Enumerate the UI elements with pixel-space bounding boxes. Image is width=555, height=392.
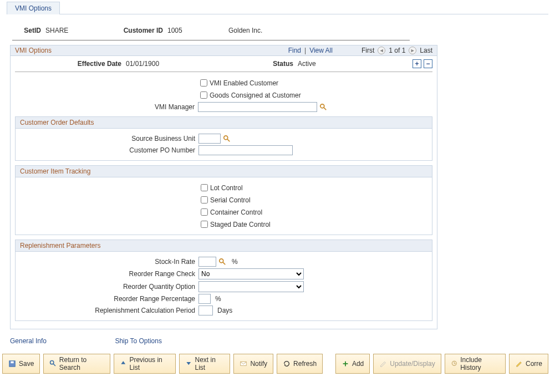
customer-id-value: 1005 bbox=[167, 27, 228, 34]
find-link[interactable]: Find bbox=[288, 47, 301, 54]
customer-name: Golden Inc. bbox=[228, 27, 339, 34]
order-defaults-group: Customer Order Defaults Source Business … bbox=[15, 116, 432, 161]
range-check-label: Reorder Range Check bbox=[20, 270, 198, 278]
days-label: Days bbox=[217, 307, 232, 314]
viewall-link[interactable]: View All bbox=[309, 47, 333, 54]
range-pct-label: Reorder Range Percentage bbox=[20, 295, 198, 303]
staged-label: Staged Date Control bbox=[210, 221, 271, 228]
svg-marker-11 bbox=[186, 362, 191, 365]
effdt-value: 01/01/1900 bbox=[126, 60, 209, 68]
delete-row-button[interactable]: − bbox=[424, 59, 432, 68]
range-pct-input[interactable] bbox=[198, 294, 211, 304]
prev-list-button[interactable]: Previous in List bbox=[114, 354, 176, 374]
tab-label: VMI Options bbox=[15, 4, 52, 12]
add-icon bbox=[342, 360, 349, 368]
correct-button[interactable]: Corre bbox=[509, 354, 548, 374]
goods-consigned-checkbox[interactable] bbox=[200, 91, 207, 99]
range-check-select[interactable]: No bbox=[198, 268, 304, 279]
source-bu-input[interactable] bbox=[198, 134, 221, 144]
svg-point-0 bbox=[320, 104, 324, 108]
notify-button[interactable]: Notify bbox=[233, 354, 273, 374]
setid-value: SHARE bbox=[45, 27, 112, 34]
record-header: SetID SHARE Customer ID 1005 Golden Inc. bbox=[12, 19, 410, 40]
svg-point-8 bbox=[50, 361, 54, 364]
tab-row: VMI Options bbox=[7, 1, 548, 14]
update-button: Update/Display bbox=[373, 354, 441, 374]
search-icon bbox=[49, 360, 57, 368]
svg-line-1 bbox=[324, 108, 326, 110]
tracking-group: Customer Item Tracking Lot Control Seria… bbox=[15, 165, 432, 235]
replenishment-group: Replenishment Parameters Stock-In Rate %… bbox=[15, 240, 432, 321]
svg-line-5 bbox=[223, 262, 225, 264]
vmi-enabled-label: VMI Enabled Customer bbox=[210, 79, 278, 87]
arrow-up-icon bbox=[120, 360, 127, 368]
stockin-input[interactable] bbox=[198, 257, 216, 267]
lookup-icon[interactable] bbox=[223, 135, 231, 142]
vmi-manager-label: VMI Manager bbox=[15, 103, 198, 111]
status-label: Status bbox=[209, 60, 298, 68]
vmi-manager-input[interactable] bbox=[198, 102, 317, 112]
goods-consigned-label: Goods Consigned at Customer bbox=[210, 91, 301, 99]
footer-links: General Info Ship To Options bbox=[10, 337, 548, 345]
lot-checkbox[interactable] bbox=[201, 184, 208, 191]
nav-last-label: Last bbox=[420, 47, 432, 54]
vmi-enabled-checkbox[interactable] bbox=[200, 79, 207, 86]
svg-line-3 bbox=[227, 139, 230, 141]
vmi-body: Effective Date 01/01/1900 Status Active … bbox=[10, 56, 437, 329]
toolbar: Save Return to Search Previous in List N… bbox=[2, 352, 548, 376]
order-defaults-title: Customer Order Defaults bbox=[16, 117, 432, 129]
svg-marker-13 bbox=[284, 364, 286, 366]
history-button[interactable]: Include History bbox=[445, 354, 506, 374]
container-label: Container Control bbox=[210, 208, 262, 216]
qty-option-label: Reorder Quantity Option bbox=[20, 283, 198, 291]
refresh-button[interactable]: Refresh bbox=[277, 354, 323, 374]
tracking-title: Customer Item Tracking bbox=[16, 166, 432, 177]
pencil-icon bbox=[515, 360, 523, 368]
tab-vmi-options[interactable]: VMI Options bbox=[7, 2, 60, 14]
arrow-down-icon bbox=[185, 360, 192, 368]
shipto-link[interactable]: Ship To Options bbox=[115, 337, 162, 345]
history-icon bbox=[451, 360, 458, 368]
svg-point-4 bbox=[220, 259, 223, 263]
svg-rect-7 bbox=[11, 362, 13, 364]
qty-option-select[interactable] bbox=[198, 281, 304, 292]
refresh-icon bbox=[283, 360, 291, 368]
staged-checkbox[interactable] bbox=[201, 221, 208, 228]
lookup-icon[interactable] bbox=[319, 103, 327, 111]
scroll-title: VMI Options bbox=[15, 47, 52, 54]
nav-prev-button[interactable]: ◄ bbox=[378, 47, 385, 54]
svg-line-9 bbox=[53, 364, 55, 366]
svg-marker-10 bbox=[121, 361, 125, 364]
po-input[interactable] bbox=[198, 145, 293, 155]
replenishment-title: Replenishment Parameters bbox=[16, 240, 432, 252]
pct-label: % bbox=[232, 258, 238, 266]
scroll-header: VMI Options Find | View All First ◄ 1 of… bbox=[10, 45, 437, 56]
add-row-button[interactable]: + bbox=[413, 59, 421, 68]
lookup-icon[interactable] bbox=[218, 258, 226, 266]
general-info-link[interactable]: General Info bbox=[10, 337, 47, 345]
notify-icon bbox=[240, 360, 247, 368]
serial-checkbox[interactable] bbox=[201, 196, 208, 203]
return-button[interactable]: Return to Search bbox=[43, 354, 110, 374]
nav-next-button[interactable]: ► bbox=[409, 47, 416, 54]
customer-id-label: Customer ID bbox=[112, 27, 167, 34]
setid-label: SetID bbox=[12, 27, 45, 34]
save-icon bbox=[8, 360, 16, 368]
serial-label: Serial Control bbox=[210, 196, 251, 204]
stockin-label: Stock-In Rate bbox=[20, 258, 198, 266]
container-checkbox[interactable] bbox=[201, 208, 208, 216]
status-value: Active bbox=[298, 60, 353, 68]
svg-point-2 bbox=[224, 136, 228, 140]
po-label: Customer PO Number bbox=[20, 146, 198, 154]
nav-first-label: First bbox=[361, 47, 374, 54]
next-list-button[interactable]: Next in List bbox=[179, 354, 230, 374]
nav-count: 1 of 1 bbox=[389, 47, 405, 54]
save-button[interactable]: Save bbox=[2, 354, 40, 374]
pct-label2: % bbox=[215, 295, 221, 303]
add-button[interactable]: Add bbox=[335, 354, 370, 374]
effdt-label: Effective Date bbox=[15, 60, 126, 68]
calc-period-input[interactable] bbox=[198, 306, 213, 315]
calc-period-label: Replenishment Calculation Period bbox=[20, 307, 198, 314]
effective-row: Effective Date 01/01/1900 Status Active … bbox=[15, 59, 432, 72]
source-bu-label: Source Business Unit bbox=[20, 135, 198, 142]
